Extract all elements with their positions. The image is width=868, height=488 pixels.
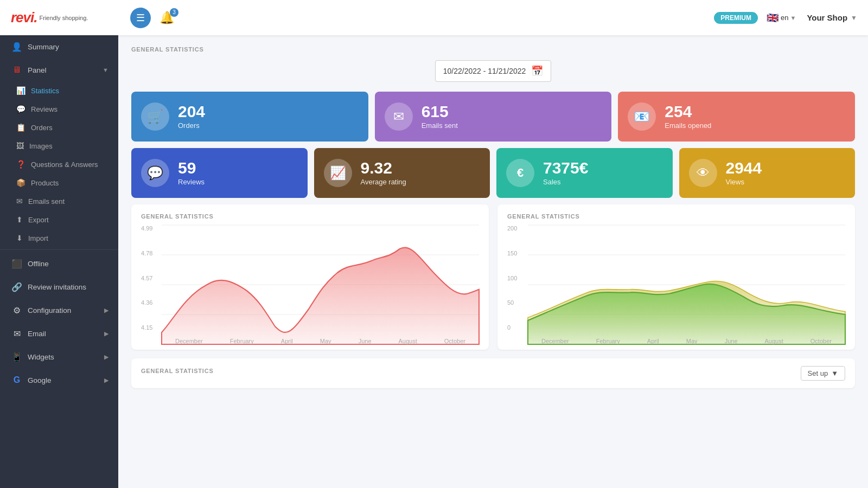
date-picker[interactable]: 10/22/2022 - 11/21/2022 📅 (435, 60, 552, 82)
setup-label: Set up (808, 369, 828, 377)
shop-caret-icon: ▼ (851, 14, 857, 22)
stat-cards-row2: 💬 59 Reviews 📈 9.32 Average rating € 737… (131, 148, 855, 198)
sidebar-item-offline[interactable]: ⬛ Offline (0, 252, 118, 275)
emails-opened-card-info: 254 Emails opened (665, 104, 711, 130)
y2-label-2: 50 (507, 299, 526, 306)
stat-card-views: 👁 2944 Views (679, 148, 856, 198)
sales-card-icon: € (506, 159, 534, 187)
language-selector[interactable]: 🇬🇧 en ▼ (767, 12, 796, 24)
sales-card-info: 7375€ Sales (543, 160, 588, 186)
y2-label-5: 200 (507, 225, 526, 232)
emails-sent-icon: ✉ (16, 197, 23, 206)
stat-card-emails-sent: ✉ 615 Emails sent (375, 92, 612, 142)
y2-label-4: 150 (507, 250, 526, 256)
emails-sent-number: 615 (422, 104, 458, 120)
x2-jun: June (725, 338, 738, 344)
charts-row: GENERAL STATISTICS 4.99 4.78 4.57 4.36 4… (131, 204, 855, 350)
sidebar-item-qa[interactable]: ❓ Questions & Answers (0, 155, 118, 174)
date-range-value: 10/22/2022 - 11/21/2022 (443, 67, 526, 75)
email-icon: ✉ (11, 329, 22, 339)
sidebar-label-review-invitations: Review invitations (28, 283, 108, 291)
y1-label-4: 4.78 (141, 250, 160, 256)
x2-dec: December (541, 338, 569, 344)
google-caret-icon: ▶ (104, 377, 108, 384)
sidebar-item-summary[interactable]: 👤 Summary (0, 35, 118, 59)
sidebar-label-reviews: Reviews (31, 105, 58, 113)
reviews-card-icon: 💬 (141, 159, 169, 187)
sidebar-label-qa: Questions & Answers (31, 160, 98, 169)
y1-label-5: 4.99 (141, 225, 160, 232)
avg-rating-card-icon: 📈 (324, 159, 352, 187)
chart2-svg (528, 225, 845, 344)
x2-apr: April (647, 338, 659, 344)
stat-card-reviews: 💬 59 Reviews (131, 148, 308, 198)
sidebar-item-products[interactable]: 📦 Products (0, 174, 118, 192)
setup-button[interactable]: Set up ▼ (801, 366, 845, 381)
sidebar-item-orders[interactable]: 📋 Orders (0, 118, 118, 137)
configuration-icon: ⚙ (11, 305, 22, 316)
chart2-x-labels: December February April May June August … (528, 338, 845, 344)
widgets-icon: 📱 (11, 352, 22, 362)
shop-selector[interactable]: Your Shop ▼ (807, 13, 857, 22)
offline-icon: ⬛ (11, 259, 22, 269)
stat-card-orders: 🛒 204 Orders (131, 92, 368, 142)
x1-aug: August (399, 338, 417, 344)
logo-sub: Friendly shopping. (40, 15, 88, 21)
review-invitations-icon: 🔗 (11, 282, 22, 292)
chart2-area: 200 150 100 50 0 (507, 225, 845, 344)
notification-badge: 3 (170, 8, 178, 17)
x1-jun: June (359, 338, 372, 344)
widgets-caret-icon: ▶ (104, 354, 108, 361)
y1-label-2: 4.36 (141, 299, 160, 306)
stat-card-avg-rating: 📈 9.32 Average rating (314, 148, 490, 198)
emails-sent-label: Emails sent (422, 121, 458, 130)
sidebar-item-images[interactable]: 🖼 Images (0, 137, 118, 155)
orders-card-icon: 🛒 (141, 102, 169, 131)
logo-text: revi. (11, 9, 37, 26)
sidebar-item-configuration[interactable]: ⚙ Configuration ▶ (0, 299, 118, 322)
y1-label-3: 4.57 (141, 275, 160, 281)
orders-icon: 📋 (16, 123, 25, 132)
sidebar-item-export[interactable]: ⬆ Export (0, 210, 118, 229)
sidebar-item-import[interactable]: ⬇ Import (0, 229, 118, 247)
sidebar-item-statistics[interactable]: 📊 Statistics (0, 81, 118, 100)
sidebar-label-summary: Summary (28, 43, 108, 51)
stat-card-sales: € 7375€ Sales (496, 148, 673, 198)
x1-may: May (320, 338, 331, 344)
avg-rating-card-info: 9.32 Average rating (361, 160, 406, 186)
orders-card-info: 204 Orders (178, 104, 205, 130)
sidebar-label-configuration: Configuration (28, 306, 104, 314)
sidebar-item-reviews[interactable]: 💬 Reviews (0, 100, 118, 118)
lang-caret: ▼ (790, 15, 796, 21)
main-content: GENERAL STATISTICS 10/22/2022 - 11/21/20… (118, 35, 868, 488)
chart1-x-labels: December February April May June August … (162, 338, 479, 344)
flag-icon: 🇬🇧 (767, 12, 778, 24)
sidebar-item-emails-sent[interactable]: ✉ Emails sent (0, 192, 118, 210)
x1-dec: December (175, 338, 203, 344)
chart1-title: GENERAL STATISTICS (141, 213, 479, 220)
sidebar-item-widgets[interactable]: 📱 Widgets ▶ (0, 345, 118, 369)
stat-card-emails-opened: 📧 254 Emails opened (618, 92, 855, 142)
statistics-icon: 📊 (16, 86, 25, 95)
import-icon: ⬇ (16, 234, 23, 242)
sidebar-label-emails-sent: Emails sent (28, 197, 65, 206)
sidebar-label-email: Email (28, 330, 104, 338)
y1-label-1: 4.15 (141, 324, 160, 331)
sidebar-label-offline: Offline (28, 260, 108, 268)
orders-label: Orders (178, 121, 205, 130)
views-card-info: 2944 Views (726, 160, 762, 186)
shop-name: Your Shop (807, 13, 847, 22)
sidebar-label-products: Products (31, 179, 59, 187)
sidebar-item-review-invitations[interactable]: 🔗 Review invitations (0, 275, 118, 299)
images-icon: 🖼 (16, 142, 24, 150)
sidebar-item-google[interactable]: G Google ▶ (0, 369, 118, 391)
sidebar-item-email[interactable]: ✉ Email ▶ (0, 322, 118, 345)
email-caret-icon: ▶ (104, 330, 108, 337)
notification-bell[interactable]: 🔔 3 (159, 11, 174, 25)
panel-icon: 🖥 (11, 65, 22, 75)
sidebar-label-export: Export (28, 216, 49, 224)
sidebar-item-panel[interactable]: 🖥 Panel ▼ (0, 59, 118, 81)
calendar-icon: 📅 (531, 65, 543, 77)
menu-button[interactable]: ☰ (130, 8, 151, 28)
menu-icon: ☰ (136, 12, 145, 24)
